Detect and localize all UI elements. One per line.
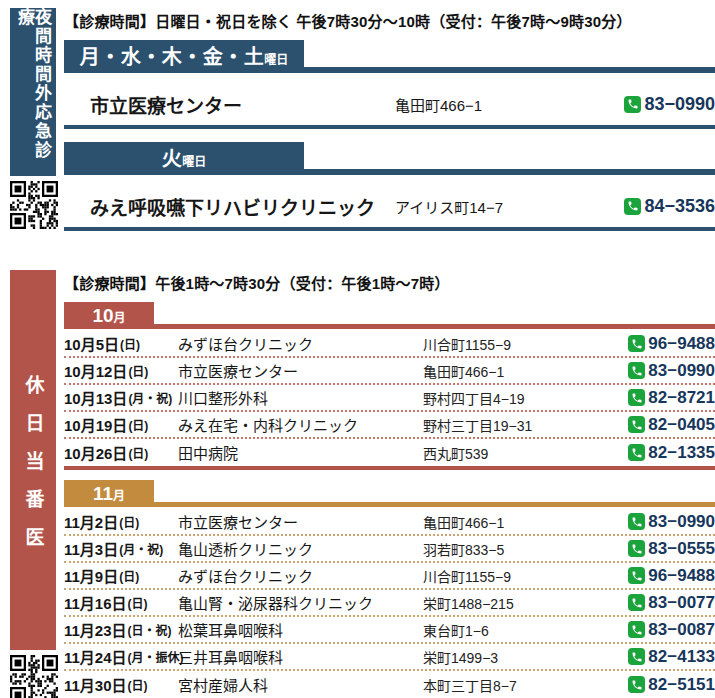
qr-code (10, 655, 58, 698)
duty-date: 11月3日 (64, 538, 118, 559)
clinic-address: 本町三丁目8−7 (423, 675, 603, 695)
phone-icon (628, 513, 645, 530)
phone-icon (628, 389, 645, 406)
clinic-name: 市立医療センター (178, 360, 423, 381)
phone-icon (628, 676, 645, 693)
duty-day: (日) (119, 567, 139, 584)
duty-day: (月・祝) (128, 389, 172, 406)
duty-date: 11月30日 (64, 674, 127, 695)
phone-number: 83−0555 (603, 539, 715, 559)
month-tab-november: 11 月 (64, 480, 715, 507)
night-sidebar-label: 夜間時間外応急診療 (16, 8, 50, 176)
duty-date: 10月12日 (64, 360, 127, 381)
duty-day: (日) (128, 676, 148, 693)
clinic-name: 市立医療センター (90, 91, 395, 118)
clinic-address: 西丸町539 (423, 443, 603, 463)
phone-icon (628, 362, 645, 379)
clinic-address: 栄町1488−215 (423, 593, 603, 613)
tab-underline (64, 324, 715, 329)
phone-number: 82−0405 (603, 415, 715, 435)
clinic-name: 宮村産婦人科 (178, 674, 423, 695)
phone-icon (628, 444, 645, 461)
phone-number: 96−9488 (603, 566, 715, 586)
duty-day: (日) (120, 335, 140, 352)
phone-text: 82−4133 (648, 647, 715, 667)
clinic-address: 川合町1155−9 (423, 566, 603, 586)
holiday-sidebar: 休日当番医 (10, 270, 56, 698)
night-content: 【診療時間】日曜日・祝日を除く 午後7時30分～10時（受付：午後7時～9時30… (64, 8, 715, 244)
duty-row: 10月26日 (日) 田中病院 西丸町539 82−1335 (64, 439, 715, 466)
clinic-address: 東台町1−6 (423, 620, 603, 640)
phone-icon (624, 96, 641, 113)
clinic-address: 野村三丁目19−31 (423, 415, 603, 435)
holiday-content: 【診療時間】午後1時～7時30分（受付：午後1時～7時） 10 月 10月5日 … (64, 270, 715, 698)
phone-icon (628, 648, 645, 665)
duty-row: 11月24日 (月・振休) 三井耳鼻咽喉科 栄町1499−3 82−4133 (64, 644, 715, 671)
holiday-sidebar-banner: 休日当番医 (10, 270, 56, 650)
weekday-tab-tue: 火 曜日 (64, 142, 715, 175)
phone-text: 82−5151 (648, 675, 715, 695)
phone-icon (628, 416, 645, 433)
clinic-name: 亀山透析クリニック (178, 538, 423, 559)
night-hours: 【診療時間】日曜日・祝日を除く 午後7時30分～10時（受付：午後7時～9時30… (64, 10, 715, 31)
duty-day: (日) (128, 416, 148, 433)
duty-date: 11月9日 (64, 565, 118, 586)
duty-day: (日) (128, 594, 148, 611)
clinic-address: 亀田町466−1 (423, 361, 603, 381)
phone-text: 83−0990 (648, 512, 715, 532)
phone-number: 96−9488 (603, 334, 715, 354)
weekday-tab-mon-sat: 月・水・木・金・土 曜日 (64, 40, 715, 73)
phone-number: 83−0077 (603, 593, 715, 613)
month-block-november: 11 月 11月2日 (日) 市立医療センター 亀田町466−1 83−0990… (64, 480, 715, 698)
month-tab-label: 11 (93, 484, 113, 503)
phone-number: 82−8721 (603, 388, 715, 408)
month-tab-label: 10 (92, 306, 113, 325)
clinic-address: 亀田町466−1 (395, 94, 597, 115)
duty-row: 11月9日 (日) みずほ台クリニック 川合町1155−9 96−9488 (64, 563, 715, 590)
duty-date: 11月16日 (64, 592, 127, 613)
month-tab-suffix: 月 (114, 312, 126, 325)
page: 夜間時間外応急診療 【診療時間】日曜日・祝日を除く 午後7時30分～10時（受付… (0, 0, 715, 698)
clinic-name: 川口整形外科 (178, 387, 423, 408)
phone-text: 82−8721 (648, 388, 715, 408)
duty-row: 10月5日 (日) みずほ台クリニック 川合町1155−9 96−9488 (64, 331, 715, 358)
phone-number: 84−3536 (597, 196, 715, 217)
clinic-name: 亀山腎・泌尿器科クリニック (178, 592, 423, 613)
duty-row: 11月2日 (日) 市立医療センター 亀田町466−1 83−0990 (64, 509, 715, 536)
phone-icon (628, 567, 645, 584)
clinic-address: 亀田町466−1 (423, 512, 603, 532)
phone-text: 83−0555 (648, 539, 715, 559)
duty-day: (月・振休) (128, 648, 184, 665)
duty-row: 10月19日 (日) みえ在宅・内科クリニック 野村三丁目19−31 82−04… (64, 412, 715, 439)
duty-date: 10月26日 (64, 442, 127, 463)
duty-day: (日) (119, 513, 139, 530)
phone-text: 96−9488 (648, 566, 715, 586)
phone-icon (628, 335, 645, 352)
phone-icon (624, 198, 641, 215)
duty-date: 10月19日 (64, 414, 127, 435)
phone-number: 83−0990 (597, 94, 715, 115)
duty-day: (月・祝) (119, 540, 163, 557)
clinic-name: みずほ台クリニック (178, 565, 423, 586)
duty-date: 10月5日 (64, 333, 119, 354)
clinic-address: 栄町1499−3 (423, 647, 603, 667)
clinic-address: アイリス町14−7 (395, 196, 597, 217)
month-tab-october: 10 月 (64, 302, 715, 329)
phone-icon (628, 594, 645, 611)
holiday-duty-section: 休日当番医 【診療時間】午後1時～7時30分（受付：午後1時～7時） 10 月 … (0, 270, 715, 698)
phone-number: 83−0990 (603, 512, 715, 532)
duty-row: 11月16日 (日) 亀山腎・泌尿器科クリニック 栄町1488−215 83−0… (64, 590, 715, 617)
section-divider (64, 125, 715, 129)
month-block-october: 10 月 10月5日 (日) みずほ台クリニック 川合町1155−9 96−94… (64, 302, 715, 470)
duty-day: (日) (128, 444, 148, 461)
night-sidebar: 夜間時間外応急診療 (10, 8, 56, 244)
duty-date: 11月23日 (64, 619, 127, 640)
duty-table-november: 11月2日 (日) 市立医療センター 亀田町466−1 83−0990 11月3… (64, 509, 715, 698)
night-sidebar-banner: 夜間時間外応急診療 (10, 8, 56, 176)
duty-day: (日) (128, 362, 148, 379)
duty-day: (日・祝) (128, 621, 172, 638)
clinic-row: みえ呼吸嚥下リハビリクリニック アイリス町14−7 84−3536 (64, 186, 715, 226)
phone-number: 82−1335 (603, 443, 715, 463)
clinic-address: 羽若町833−5 (423, 539, 603, 559)
phone-number: 83−0990 (603, 361, 715, 381)
